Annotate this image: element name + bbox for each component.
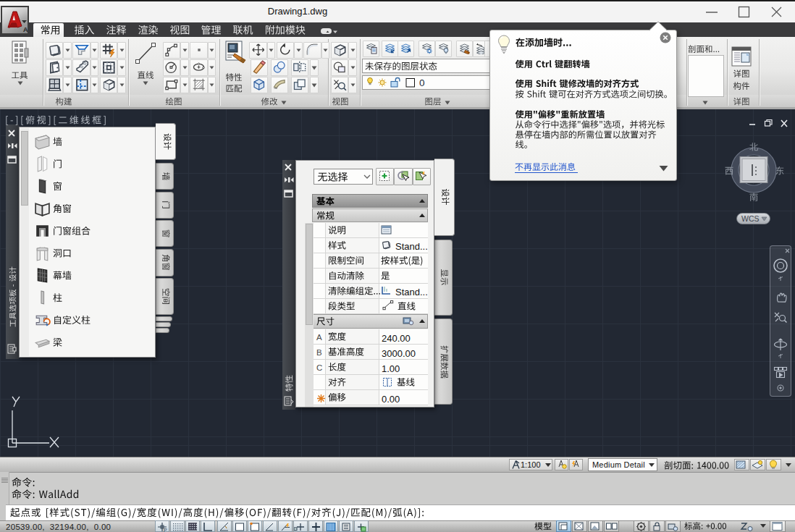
svg-text:A: A [23, 26, 28, 33]
svg-text:P: P [164, 528, 167, 532]
